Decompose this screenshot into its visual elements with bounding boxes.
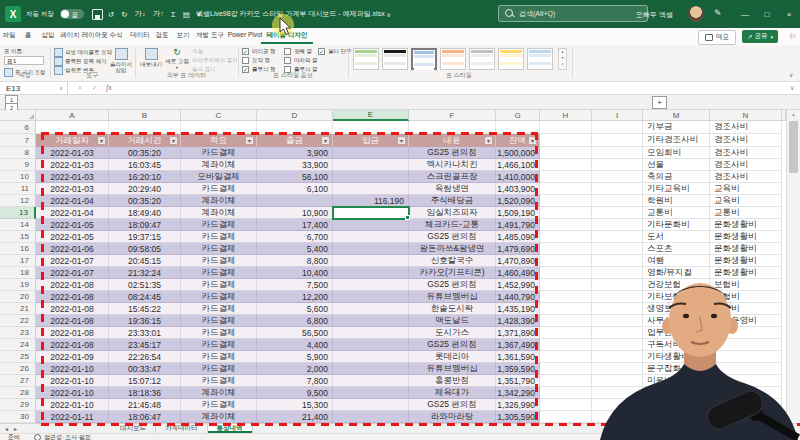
cell-inc[interactable]: [333, 303, 409, 314]
cell-method[interactable]: 모바일결제: [181, 171, 257, 182]
cell-time[interactable]: 20:29:40: [109, 183, 181, 194]
cell-date[interactable]: 2022-01-08: [36, 315, 109, 326]
cell-time[interactable]: 20:45:15: [109, 255, 181, 266]
filter-icon[interactable]: ▾: [484, 136, 493, 145]
row-header-14[interactable]: 14: [0, 219, 36, 231]
cell-desc[interactable]: 멕시카나치킨: [409, 159, 496, 170]
cell-date[interactable]: 2022-01-03: [36, 147, 109, 158]
close-button[interactable]: ×: [778, 0, 800, 28]
cell-bal[interactable]: 1,500,000: [496, 147, 540, 158]
ribbon-tab-4[interactable]: 페이지 레이아웃: [60, 31, 107, 40]
cell-bal[interactable]: 1,509,190: [496, 207, 540, 218]
share-button[interactable]: ↗ 공유 ▾: [742, 30, 778, 43]
cell-category-group[interactable]: [540, 291, 592, 303]
sheet-nav-right-icon[interactable]: ▸: [14, 425, 17, 432]
cell-desc[interactable]: 체크카드-교통: [409, 219, 496, 230]
enter-icon[interactable]: ✓: [92, 84, 98, 92]
row-header-21[interactable]: 21: [0, 303, 36, 315]
tools-button-2[interactable]: 중복된 항목 제거: [54, 57, 107, 66]
row-header-11[interactable]: 11: [0, 183, 36, 195]
cell-category-group[interactable]: [592, 231, 643, 243]
cell-time[interactable]: 19:36:15: [109, 315, 181, 326]
cell-method[interactable]: 카드결제: [181, 147, 257, 158]
accessibility-status[interactable]: 접근성: 조사 필요: [44, 433, 91, 440]
cell-out[interactable]: 21,400: [257, 411, 333, 422]
cell-out[interactable]: [257, 195, 333, 206]
sort-desc-icon[interactable]: 가↑: [153, 9, 164, 19]
ribbon-tab-2[interactable]: 홈: [25, 31, 32, 40]
cell-desc[interactable]: GS25 편의점: [409, 147, 496, 158]
cell-inc[interactable]: [333, 387, 409, 398]
cell-date[interactable]: 2022-01-08: [36, 303, 109, 314]
cell-category-group[interactable]: [592, 121, 643, 134]
pen-mode-icon[interactable]: ✎: [714, 8, 722, 18]
row-header-20[interactable]: 20: [0, 291, 36, 303]
cell-category-group[interactable]: 경조사비: [710, 134, 782, 147]
column-header-D[interactable]: D: [257, 110, 333, 121]
cell-desc[interactable]: GS25 편의점: [409, 231, 496, 242]
cell-category-group[interactable]: 경조사비: [710, 171, 782, 183]
cell-date[interactable]: 2022-01-06: [36, 243, 109, 254]
table-row[interactable]: 2022-01-1015:07:12카드결제7,800홍콩반점1,351,790: [36, 375, 540, 387]
cell-out[interactable]: 7,800: [257, 375, 333, 386]
table-row[interactable]: 2022-01-0823:45:17카드결제4,400GS25 편의점1,367…: [36, 339, 540, 351]
comments-button[interactable]: 메모: [698, 30, 736, 45]
selected-row-header[interactable]: 13: [0, 207, 36, 219]
cell-out[interactable]: 17,400: [257, 219, 333, 230]
row-header-18[interactable]: 18: [0, 267, 36, 279]
table-row[interactable]: 2022-01-0808:24:45카드결제12,200유튜브멤버십1,440,…: [36, 291, 540, 303]
cell-category-group[interactable]: [592, 134, 643, 147]
cell-desc[interactable]: 홍콩반점: [409, 375, 496, 386]
cell-category[interactable]: 기타문화비: [643, 219, 710, 231]
filter-icon[interactable]: ▾: [97, 136, 106, 145]
collapse-ribbon-icon[interactable]: ∨: [789, 71, 793, 78]
cell-desc[interactable]: 육쌈냉면: [409, 183, 496, 194]
cell-category-group[interactable]: [540, 375, 592, 387]
cell-desc[interactable]: 스크린골프장: [409, 171, 496, 182]
undo-icon[interactable]: ↺: [108, 10, 114, 19]
table-style-yellow[interactable]: [498, 48, 524, 70]
cell-category-group[interactable]: 경조사비: [710, 147, 782, 159]
cell-bal[interactable]: 1,460,490: [496, 267, 540, 278]
cell-out[interactable]: 2,000: [257, 363, 333, 374]
column-header-C[interactable]: C: [181, 110, 257, 121]
cell-bal[interactable]: 1,466,100: [496, 159, 540, 170]
row-header-12[interactable]: 12: [0, 195, 36, 207]
style-option-2[interactable]: 요약 행: [242, 57, 270, 64]
cell-desc[interactable]: 유튜브멤버십: [409, 291, 496, 302]
cell-inc[interactable]: [333, 411, 409, 422]
cell-inc[interactable]: [333, 363, 409, 374]
cell-inc[interactable]: [333, 183, 409, 194]
cell-desc[interactable]: 카카오(기프티콘): [409, 267, 496, 278]
cell-bal[interactable]: 1,342,290: [496, 387, 540, 398]
cell-category-group[interactable]: [540, 363, 592, 375]
maximize-button[interactable]: □: [756, 0, 778, 28]
row-header-30[interactable]: 30: [0, 411, 36, 423]
cell-method[interactable]: 카드결제: [181, 267, 257, 278]
cell-desc[interactable]: GS25 편의점: [409, 399, 496, 410]
row-header-6[interactable]: 6: [0, 121, 36, 134]
cell-time[interactable]: 18:18:36: [109, 387, 181, 398]
table-style-lightblue[interactable]: [527, 48, 553, 70]
column-header-F[interactable]: F: [409, 110, 496, 121]
cell-category-group[interactable]: [592, 183, 643, 195]
cell-time[interactable]: 00:35:20: [109, 195, 181, 206]
table-row[interactable]: 2022-01-0316:20:10모바일결제56,100스크린골프장1,410…: [36, 171, 540, 183]
cell-bal[interactable]: 1,435,190: [496, 303, 540, 314]
cell-category[interactable]: 도서: [643, 231, 710, 243]
cell-out[interactable]: 10,400: [257, 267, 333, 278]
cell-method[interactable]: 카드결제: [181, 255, 257, 266]
user-name[interactable]: 오빠두 엑셀: [636, 10, 673, 20]
cell-time[interactable]: 00:33:47: [109, 363, 181, 374]
cell-date[interactable]: 2022-01-10: [36, 399, 109, 410]
cell-time[interactable]: 18:06:47: [109, 411, 181, 422]
cell-date[interactable]: 2022-01-10: [36, 387, 109, 398]
column-header-N[interactable]: N: [710, 110, 782, 121]
table-row[interactable]: 2022-01-0815:45:22카드결제5,600한솥도시락1,435,19…: [36, 303, 540, 315]
cell-category-group[interactable]: [592, 159, 643, 171]
cell-inc[interactable]: [333, 243, 409, 254]
cell-time[interactable]: 19:37:15: [109, 231, 181, 242]
cell-date[interactable]: 2022-01-10: [36, 375, 109, 386]
table-row[interactable]: 2022-01-1018:18:36계좌이체9,500제육대가1,342,290: [36, 387, 540, 399]
cell-method[interactable]: 카드결제: [181, 363, 257, 374]
